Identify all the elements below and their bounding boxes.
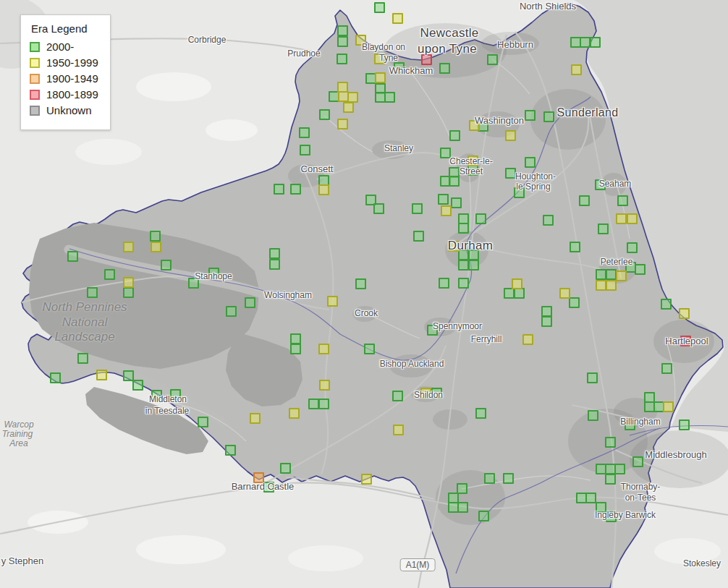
era-marker[interactable] — [308, 399, 319, 409]
era-marker[interactable] — [588, 410, 598, 421]
era-marker[interactable] — [543, 215, 554, 226]
era-marker[interactable] — [151, 242, 161, 252]
era-marker[interactable] — [525, 110, 536, 121]
era-marker[interactable] — [374, 54, 385, 64]
era-marker[interactable] — [188, 278, 199, 289]
era-marker[interactable] — [123, 370, 134, 381]
era-marker[interactable] — [290, 184, 301, 195]
era-marker[interactable] — [484, 473, 495, 484]
era-marker[interactable] — [50, 372, 61, 383]
era-marker[interactable] — [245, 297, 255, 308]
era-marker[interactable] — [514, 187, 525, 198]
era-marker[interactable] — [431, 388, 442, 399]
era-marker[interactable] — [319, 380, 330, 391]
era-marker[interactable] — [570, 242, 580, 252]
era-marker[interactable] — [123, 242, 134, 252]
era-marker[interactable] — [541, 306, 552, 317]
era-marker[interactable] — [438, 194, 449, 205]
era-marker[interactable] — [587, 372, 598, 383]
era-marker[interactable] — [625, 419, 635, 430]
era-marker[interactable] — [635, 264, 646, 275]
era-marker[interactable] — [319, 109, 330, 120]
era-marker[interactable] — [617, 195, 628, 206]
era-marker[interactable] — [605, 437, 616, 448]
era-marker[interactable] — [392, 391, 403, 401]
era-marker[interactable] — [289, 408, 300, 419]
era-marker[interactable] — [449, 176, 460, 187]
era-marker[interactable] — [337, 36, 348, 47]
era-marker[interactable] — [123, 287, 134, 298]
era-marker[interactable] — [290, 333, 301, 344]
era-marker[interactable] — [393, 425, 404, 435]
era-marker[interactable] — [318, 399, 329, 409]
era-marker[interactable] — [596, 502, 606, 513]
era-marker[interactable] — [627, 242, 638, 253]
era-marker[interactable] — [457, 502, 468, 513]
era-marker[interactable] — [208, 268, 219, 278]
era-marker[interactable] — [679, 308, 690, 319]
era-marker[interactable] — [355, 35, 366, 46]
era-marker[interactable] — [468, 260, 479, 270]
era-marker[interactable] — [614, 464, 625, 474]
era-marker[interactable] — [300, 145, 310, 155]
era-marker[interactable] — [299, 127, 310, 138]
era-marker[interactable] — [151, 390, 162, 401]
era-marker[interactable] — [616, 213, 627, 224]
era-marker[interactable] — [661, 363, 672, 374]
era-marker[interactable] — [505, 130, 516, 141]
era-marker[interactable] — [579, 195, 590, 206]
era-marker[interactable] — [318, 344, 329, 354]
era-marker[interactable] — [543, 111, 554, 122]
era-marker[interactable] — [458, 278, 469, 289]
era-marker[interactable] — [525, 157, 536, 168]
era-marker[interactable] — [458, 250, 469, 260]
era-marker[interactable] — [290, 344, 301, 354]
era-marker[interactable] — [337, 119, 348, 129]
era-marker[interactable] — [280, 463, 291, 474]
era-marker[interactable] — [225, 445, 236, 456]
era-marker[interactable] — [67, 251, 78, 262]
era-marker[interactable] — [627, 213, 638, 224]
era-marker[interactable] — [596, 269, 606, 280]
era-marker[interactable] — [427, 325, 438, 336]
era-marker[interactable] — [503, 473, 514, 484]
era-marker[interactable] — [616, 270, 627, 281]
era-marker[interactable] — [440, 148, 451, 158]
era-marker[interactable] — [87, 287, 98, 298]
era-marker[interactable] — [458, 260, 469, 270]
era-marker[interactable] — [373, 203, 384, 214]
era-marker[interactable] — [364, 344, 375, 354]
era-marker[interactable] — [475, 213, 486, 224]
era-marker[interactable] — [77, 353, 88, 364]
era-marker[interactable] — [96, 370, 107, 380]
era-marker[interactable] — [318, 184, 329, 195]
era-marker[interactable] — [347, 92, 358, 103]
era-marker[interactable] — [104, 269, 115, 280]
era-marker[interactable] — [598, 223, 609, 234]
era-marker[interactable] — [571, 64, 582, 75]
era-marker[interactable] — [475, 408, 486, 419]
era-marker[interactable] — [384, 92, 395, 103]
era-marker[interactable] — [585, 493, 596, 503]
era-marker[interactable] — [253, 472, 264, 483]
era-marker[interactable] — [606, 511, 617, 522]
era-marker[interactable] — [170, 389, 181, 400]
era-marker[interactable] — [522, 334, 533, 345]
era-marker[interactable] — [412, 203, 423, 214]
era-marker[interactable] — [541, 316, 552, 327]
era-marker[interactable] — [269, 248, 280, 259]
era-marker[interactable] — [421, 54, 432, 65]
era-marker[interactable] — [374, 2, 385, 13]
era-marker[interactable] — [337, 54, 347, 64]
era-marker[interactable] — [161, 260, 172, 270]
era-marker[interactable] — [512, 278, 522, 289]
map-canvas[interactable]: North ShieldsNewcastleupon TyneHexhamCor… — [0, 0, 728, 588]
era-marker[interactable] — [449, 130, 460, 141]
era-marker[interactable] — [663, 401, 674, 412]
era-marker[interactable] — [250, 413, 261, 424]
era-marker[interactable] — [596, 280, 606, 291]
era-marker[interactable] — [679, 419, 690, 430]
era-marker[interactable] — [590, 37, 601, 48]
era-marker[interactable] — [467, 165, 478, 176]
era-marker[interactable] — [337, 25, 348, 36]
